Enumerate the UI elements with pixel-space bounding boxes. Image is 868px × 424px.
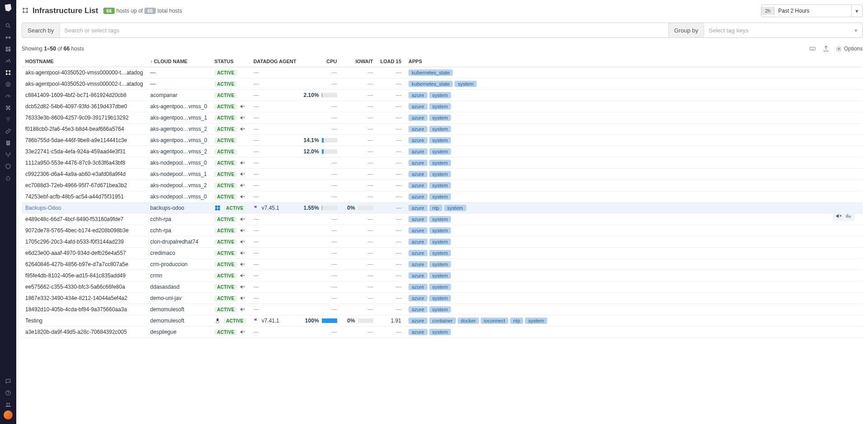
app-tag[interactable]: azure [408, 227, 427, 234]
group-by-select[interactable]: Select tag keys ▾ [704, 23, 862, 37]
table-row[interactable]: 1867e332-3490-434e-8212-14044a5ef4a2demo… [22, 293, 863, 304]
hostname-link[interactable]: 18492d10-405b-4cda-bf84-9a375660aa3a [25, 306, 127, 313]
app-tag[interactable]: azure [408, 295, 427, 301]
hostname-link[interactable]: ec7088d3-72eb-4966-95f7-67d671bea3b2 [25, 182, 127, 189]
hostname-link[interactable]: 76333e3b-8609-4257-9c09-391719b13292 [25, 115, 129, 121]
app-tag[interactable]: azure [408, 239, 427, 245]
table-row[interactable]: c9922306-d6a4-4a9a-ab60-e3afd08a9f4daks-… [22, 169, 863, 180]
chat-icon[interactable] [0, 375, 16, 387]
table-row[interactable]: ee575662-c355-4330-bfc3-5a66c66fe80addas… [22, 281, 863, 293]
app-tag[interactable]: azure [408, 284, 427, 290]
app-tag[interactable]: system [429, 295, 451, 301]
app-tag[interactable]: azure [408, 329, 427, 335]
hostname-link[interactable]: 9072de78-5765-4bec-b174-ed208b098b3e [25, 227, 129, 234]
search-icon[interactable] [0, 20, 16, 32]
app-tag[interactable]: system [429, 250, 451, 256]
user-avatar[interactable] [4, 410, 13, 419]
col-load[interactable]: LOAD 15 [377, 56, 405, 67]
table-row[interactable]: f95fe4db-8102-405e-ad15-841c835add49crmn… [22, 270, 863, 281]
app-tag[interactable]: system [429, 227, 451, 234]
table-row[interactable]: aks-agentpool-40350520-vmss000002-t…atad… [22, 78, 863, 90]
app-tag[interactable]: azure [408, 148, 427, 155]
hostname-link[interactable]: 1867e332-3490-434e-8212-14044a5ef4a2 [25, 295, 127, 301]
app-tag[interactable]: system [429, 216, 451, 222]
app-tag[interactable]: system [429, 171, 451, 177]
link-icon[interactable] [0, 125, 16, 137]
app-tag[interactable]: system [429, 137, 451, 143]
hostname-link[interactable]: f95fe4db-8102-405e-ad15-841c835add49 [25, 272, 125, 279]
table-row[interactable]: aks-agentpool-40350520-vmss000000-t…atad… [22, 67, 863, 78]
col-iowait[interactable]: IOWAIT [341, 56, 377, 67]
app-tag[interactable]: azure [408, 261, 427, 267]
table-row[interactable]: e6d23e00-aaaf-4970-934d-defb26e4a557cred… [22, 248, 863, 259]
hostname-link[interactable]: ee575662-c355-4330-bfc3-5a66c66fe80a [25, 284, 125, 290]
shield-icon[interactable] [0, 161, 16, 172]
app-tag[interactable]: ntp [429, 205, 442, 211]
target-icon[interactable] [0, 78, 16, 90]
app-tag[interactable]: system [429, 272, 451, 279]
app-tag[interactable]: system [429, 92, 451, 98]
hostname-link[interactable]: e489c48c-66d7-4bcf-8490-f53160a9fde7 [25, 216, 124, 222]
col-cloud[interactable]: ↑CLOUD NAME [147, 56, 211, 67]
app-tag[interactable]: system [429, 148, 451, 155]
app-tag[interactable]: azure [408, 318, 427, 324]
app-tag[interactable]: container [429, 318, 456, 324]
hostname-link[interactable]: Backups-Odoo [25, 205, 61, 211]
app-tag[interactable]: kubernetes_state [408, 69, 453, 76]
table-row[interactable]: e489c48c-66d7-4bcf-8490-f53160a9fde7cchh… [22, 214, 863, 225]
app-tag[interactable]: system [429, 284, 451, 290]
hostname-link[interactable]: 74253ebf-acfb-48b5-ac54-a44d75f31951 [25, 194, 124, 200]
hostname-link[interactable]: aks-agentpool-40350520-vmss000002-t…atad… [25, 81, 143, 87]
app-tag[interactable]: azure [408, 216, 427, 222]
time-picker[interactable]: 2h Past 2 Hours ▾ [761, 5, 863, 17]
table-row[interactable]: TestingdemomulesoftACTIVEv7.41.1100%0%1.… [22, 315, 863, 327]
hostname-link[interactable]: a3e1820b-da9f-49d5-a28c-70684392c005 [25, 329, 127, 335]
table-row[interactable]: c8841409-1609-4bf2-bc71-861924d20cb8acom… [22, 90, 863, 101]
binoculars-icon[interactable] [0, 32, 16, 43]
notebook-icon[interactable] [0, 137, 16, 149]
table-row[interactable]: 9072de78-5765-4bec-b174-ed208b098b3ecchh… [22, 225, 863, 236]
bug-icon[interactable] [0, 172, 16, 184]
table-row[interactable]: dcb52d82-54b6-4097-93fd-3619d437dbe0aks-… [22, 101, 863, 112]
metrics-icon[interactable] [0, 55, 16, 67]
app-tag[interactable]: azure [408, 306, 427, 313]
app-tag[interactable]: azure [408, 160, 427, 166]
table-row[interactable]: a3e1820b-da9f-49d5-a28c-70684392c005desp… [22, 327, 863, 338]
app-tag[interactable]: azure [408, 182, 427, 189]
app-tag[interactable]: system [444, 205, 466, 211]
col-agent[interactable]: DATADOG AGENT [250, 56, 300, 67]
app-tag[interactable]: ioconnect [481, 318, 508, 324]
hostname-link[interactable]: 33e22741-c5da-4efa-924a-459aad4e3f31 [25, 148, 125, 155]
app-tag[interactable]: system [525, 318, 547, 324]
datadog-logo-icon[interactable] [3, 3, 14, 14]
team-icon[interactable] [0, 399, 16, 410]
table-row[interactable]: 1705c296-20c3-4afd-b533-f0f3144ad239clon… [22, 236, 863, 248]
dashboard-icon[interactable] [0, 43, 16, 55]
app-tag[interactable]: system [429, 261, 451, 267]
app-tag[interactable]: ntp [510, 318, 523, 324]
table-row[interactable]: 33e22741-c5da-4efa-924a-459aad4e3f31aks-… [22, 146, 863, 157]
hostname-link[interactable]: e6d23e00-aaaf-4970-934d-defb26e4a557 [25, 250, 126, 256]
options-button[interactable]: Options [836, 46, 863, 52]
app-tag[interactable]: docker [458, 318, 479, 324]
col-cpu[interactable]: CPU [300, 56, 341, 67]
puzzle-icon[interactable] [0, 102, 16, 114]
app-tag[interactable]: system [429, 306, 451, 313]
hostname-link[interactable]: c9922306-d6a4-4a9a-ab60-e3afd08a9f4d [25, 171, 125, 177]
help-icon[interactable] [0, 387, 16, 399]
app-tag[interactable]: azure [408, 205, 427, 211]
app-tag[interactable]: system [429, 329, 451, 335]
hostname-link[interactable]: 62640846-427b-4856-b97e-d7a7cc807a5e [25, 261, 128, 267]
app-tag[interactable]: azure [408, 194, 427, 200]
app-tag[interactable]: system [429, 194, 451, 200]
app-tag[interactable]: system [429, 103, 451, 110]
gauge-icon[interactable] [0, 90, 16, 102]
table-row[interactable]: Backups-Odoobackups-odooACTIVEv7.45.11.5… [22, 203, 863, 214]
app-tag[interactable]: system [429, 160, 451, 166]
hostname-link[interactable]: dcb52d82-54b6-4097-93fd-3619d437dbe0 [25, 103, 127, 110]
hostname-link[interactable]: 786b755d-5dae-446f-9be8-a9e114441c3e [25, 137, 127, 143]
app-tag[interactable]: azure [408, 250, 427, 256]
hostname-link[interactable]: f0188cb0-2fa6-45e3-b8d4-beaf666a5764 [25, 126, 124, 132]
app-tag[interactable]: azure [408, 92, 427, 98]
flow-icon[interactable] [0, 149, 16, 161]
